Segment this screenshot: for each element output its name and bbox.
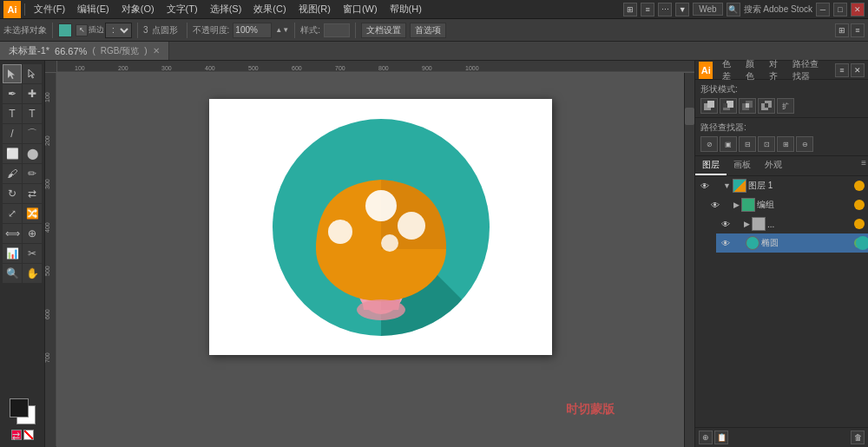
tab-color[interactable]: 颜色: [743, 57, 761, 83]
fill-stroke-swatches[interactable]: [10, 398, 36, 424]
doc-tab-item[interactable]: 未标量-1* 66.67% ( RGB/预览 ) ✕: [0, 42, 169, 60]
tool-ellipse[interactable]: ⬤: [23, 144, 42, 163]
tool-slice[interactable]: ✂: [23, 244, 42, 263]
layer-row-group[interactable]: 👁 ▶ 编组: [706, 195, 868, 214]
shape-expand-btn[interactable]: 扩: [777, 98, 794, 114]
doc-tab-close-btn[interactable]: ✕: [153, 46, 160, 56]
right-scrollbar[interactable]: [684, 73, 694, 447]
preferences-btn[interactable]: 首选项: [410, 23, 446, 38]
color-indicator[interactable]: [58, 23, 72, 37]
icon-arrow[interactable]: ▼: [675, 3, 689, 16]
pf-minus-back-btn[interactable]: ⊖: [796, 136, 813, 152]
tool-pen[interactable]: ✒: [3, 84, 22, 103]
swap-icon[interactable]: ⇄: [11, 430, 22, 440]
style-preview[interactable]: [324, 23, 350, 37]
tool-row-6: 🖌 ✏: [3, 164, 42, 183]
menu-text[interactable]: 文字(T): [161, 1, 203, 17]
layer-row-1[interactable]: 👁 ▼ 图层 1: [695, 176, 868, 195]
tool-scale[interactable]: ⤢: [3, 204, 22, 223]
menu-edit[interactable]: 编辑(E): [72, 1, 115, 17]
tool-hand[interactable]: ✋: [23, 264, 42, 283]
tab-layers[interactable]: 图层: [695, 156, 727, 175]
icon-dots[interactable]: ⋯: [658, 3, 672, 16]
mode-btn1[interactable]: ↖: [76, 24, 88, 36]
layer-row-ellipse[interactable]: 👁 椭圆: [716, 233, 868, 253]
scroll-thumb[interactable]: [685, 108, 694, 125]
layer-expand-sub1[interactable]: ▶: [744, 220, 750, 228]
menu-help[interactable]: 帮助(H): [385, 1, 427, 17]
tool-area-type[interactable]: T: [23, 104, 42, 123]
layer-eye-sub1[interactable]: 👁: [720, 218, 732, 230]
menu-select[interactable]: 选择(S): [205, 1, 247, 17]
tool-reflect[interactable]: ⇄: [23, 184, 42, 203]
tool-type[interactable]: T: [3, 104, 22, 123]
tool-add-anchor[interactable]: ✚: [23, 84, 42, 103]
tool-zoom[interactable]: 🔍: [3, 264, 22, 283]
delete-layer-btn[interactable]: 🗑: [851, 431, 865, 444]
arrange-icon[interactable]: ⊞: [835, 23, 849, 37]
tool-shape-builder[interactable]: ⊕: [23, 224, 42, 243]
panel-menu-icon[interactable]: ≡: [835, 63, 849, 77]
doc-settings-btn[interactable]: 文档设置: [361, 23, 406, 38]
menu-effect[interactable]: 效果(C): [248, 1, 291, 17]
tool-pencil[interactable]: ✏: [23, 164, 42, 183]
shape-minus-btn[interactable]: [720, 98, 737, 114]
panel-close-icon[interactable]: ✕: [851, 63, 865, 77]
tool-row-4: / ⌒: [3, 124, 42, 143]
close-btn[interactable]: ✕: [851, 3, 865, 16]
opacity-label: 不透明度:: [193, 24, 230, 36]
tab-pathfinder[interactable]: 路径查找器: [790, 57, 828, 83]
fill-swatch[interactable]: [10, 398, 29, 417]
menu-window[interactable]: 窗口(W): [338, 1, 383, 17]
layer-expand-1[interactable]: ▼: [723, 181, 731, 190]
layout-icon[interactable]: ≡: [851, 23, 865, 37]
tool-select[interactable]: [3, 64, 22, 83]
maximize-btn[interactable]: □: [833, 3, 847, 16]
tool-rect[interactable]: ⬜: [3, 144, 22, 163]
layer-row-sub1[interactable]: 👁 ▶ ...: [716, 214, 868, 233]
make-sublayer-btn[interactable]: ⊕: [699, 431, 713, 444]
tab-artboards[interactable]: 画板: [727, 156, 758, 175]
menu-file[interactable]: 文件(F): [29, 1, 70, 17]
none-swatch[interactable]: [23, 430, 34, 440]
tool-warp[interactable]: 🔀: [23, 204, 42, 223]
svg-point-31: [381, 234, 398, 252]
canvas-area[interactable]: 时切蒙版: [57, 73, 684, 435]
tool-line[interactable]: /: [3, 124, 22, 143]
shape-unite-btn[interactable]: [700, 98, 718, 114]
svg-text:700: 700: [45, 352, 50, 363]
opacity-input[interactable]: [233, 23, 272, 38]
tab-align[interactable]: 对齐: [766, 57, 785, 83]
opacity-arrow[interactable]: ▲▼: [275, 26, 289, 34]
icon-grid[interactable]: ⊞: [623, 3, 637, 16]
layer-eye-1[interactable]: 👁: [699, 180, 711, 192]
shape-exclude-btn[interactable]: [758, 98, 775, 114]
move-layer-btn[interactable]: 📋: [714, 431, 728, 444]
web-badge[interactable]: Web: [693, 3, 722, 16]
layer-expand-group[interactable]: ▶: [733, 200, 740, 209]
layer-eye-ellipse[interactable]: 👁: [720, 237, 732, 249]
tab-appearance[interactable]: 外观: [758, 156, 789, 175]
menu-view[interactable]: 视图(R): [293, 1, 336, 17]
layer-eye-group[interactable]: 👁: [709, 199, 721, 211]
pf-trim-btn[interactable]: ▣: [720, 136, 737, 152]
layers-panel-menu[interactable]: ≡: [859, 156, 868, 175]
pf-merge-btn[interactable]: ⊟: [739, 136, 756, 152]
pf-divide-btn[interactable]: ⊘: [700, 136, 718, 152]
tool-width[interactable]: ⟺: [3, 224, 22, 243]
tool-rotate[interactable]: ↻: [3, 184, 22, 203]
tool-row-5: ⬜ ⬤: [3, 144, 42, 163]
menu-object[interactable]: 对象(O): [116, 1, 160, 17]
tool-brush[interactable]: 🖌: [3, 164, 22, 183]
mode-select[interactable]: :: [105, 23, 132, 38]
tool-arc[interactable]: ⌒: [23, 124, 42, 143]
tool-direct-select[interactable]: [23, 64, 42, 83]
tool-chart[interactable]: 📊: [3, 244, 22, 263]
pf-outline-btn[interactable]: ⊞: [777, 136, 794, 152]
pf-crop-btn[interactable]: ⊡: [758, 136, 775, 152]
tab-color-diff[interactable]: 色差: [720, 57, 738, 83]
minimize-btn[interactable]: ─: [816, 3, 830, 16]
search-icon[interactable]: 🔍: [727, 3, 740, 16]
shape-intersect-btn[interactable]: [739, 98, 756, 114]
icon-list[interactable]: ≡: [641, 3, 654, 16]
